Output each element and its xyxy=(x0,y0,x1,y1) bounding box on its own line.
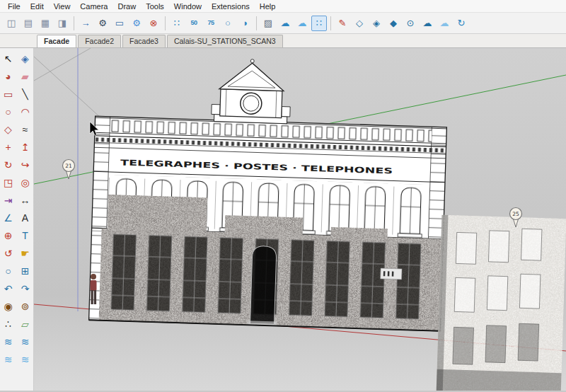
tool-orbit[interactable]: ↺ xyxy=(0,244,17,262)
cloud-hexagon-icon[interactable]: ☁ xyxy=(420,16,435,31)
tab-calais-su-station5-scan3[interactable]: Calais-SU_STATION5_SCAN3 xyxy=(167,35,283,47)
save-model-icon[interactable]: ▤ xyxy=(21,16,36,31)
tool-freehand[interactable]: ≈ xyxy=(17,120,34,138)
hexagon-target-icon[interactable]: ⊙ xyxy=(403,16,418,31)
tool-text[interactable]: A xyxy=(17,209,34,226)
tool-push-pull[interactable]: ↥ xyxy=(17,138,34,156)
toolbar-icon-glyph: ◈ xyxy=(373,18,380,28)
open-model-icon[interactable]: ◫ xyxy=(4,16,19,31)
project-folder-icon[interactable]: ▭ xyxy=(112,16,127,31)
pick-point-icon[interactable]: ✎ xyxy=(335,16,350,31)
tool-protractor[interactable]: ∠ xyxy=(0,209,17,226)
tool-icon-glyph: ↺ xyxy=(4,248,13,258)
tool-pan[interactable]: ☛ xyxy=(17,244,34,262)
density-50-icon[interactable]: 50 xyxy=(186,16,202,31)
contrast-icon[interactable]: ◑ xyxy=(237,16,253,31)
scene-tab-bar: FacadeFacade2Facade3Calais-SU_STATION5_S… xyxy=(0,34,566,48)
construction-edge-1 xyxy=(34,57,102,119)
tool-previous-view[interactable]: ↶ xyxy=(0,279,17,297)
tool-scale[interactable]: ◳ xyxy=(0,173,17,191)
cloud-download-icon[interactable]: ☁ xyxy=(437,16,452,31)
hexagon-outline-icon[interactable]: ◇ xyxy=(352,16,367,31)
hexagon-filled-icon[interactable]: ◆ xyxy=(386,16,401,31)
tool-undet-wave-1[interactable]: ≋ xyxy=(0,333,17,350)
cloud-sync-icon[interactable]: ☁ xyxy=(277,16,293,31)
tool-select[interactable]: ↖ xyxy=(0,50,17,67)
density-75-icon[interactable]: 75 xyxy=(203,16,219,31)
tool-icon-glyph: ↶ xyxy=(4,284,13,294)
tool-undet-wave-3[interactable]: ≋ xyxy=(0,350,17,368)
menu-tools[interactable]: Tools xyxy=(141,1,169,12)
pediment xyxy=(212,58,292,124)
toolbar-separator xyxy=(165,16,166,30)
point-size-icon[interactable]: ○ xyxy=(220,16,236,31)
menu-extensions[interactable]: Extensions xyxy=(207,1,255,12)
tab-facade3[interactable]: Facade3 xyxy=(122,35,166,47)
tool-icon-glyph: ∴ xyxy=(5,319,11,329)
tool-polygon[interactable]: ◇ xyxy=(0,120,17,138)
menu-window[interactable]: Window xyxy=(169,1,207,12)
toolbar-icon-glyph: ⚙ xyxy=(132,18,141,28)
menu-help[interactable]: Help xyxy=(255,1,281,12)
tool-axes[interactable]: ⊕ xyxy=(0,226,17,244)
scan-settings-gear-icon[interactable]: ⚙ xyxy=(95,16,110,31)
point-cloud-visibility-icon[interactable]: ∷ xyxy=(311,16,327,31)
drawing-viewport[interactable]: TELEGRAPHES · POSTES · TELEPHONES xyxy=(34,48,566,391)
point-cloud-adjacent[interactable] xyxy=(437,215,566,391)
tool-icon-glyph: ∠ xyxy=(4,213,13,223)
tool-line[interactable]: ╲ xyxy=(17,85,34,103)
tool-make-component[interactable]: ◈ xyxy=(17,50,34,67)
section-hatch-icon[interactable]: ▨ xyxy=(260,16,276,31)
tool-arc[interactable]: ◠ xyxy=(17,103,34,120)
tool-next-view[interactable]: ↷ xyxy=(17,279,34,297)
menu-camera[interactable]: Camera xyxy=(75,1,112,12)
tool-rotate[interactable]: ↻ xyxy=(0,156,17,173)
tool-icon-glyph: ↥ xyxy=(21,142,30,152)
facade-model[interactable]: TELEGRAPHES · POSTES · TELEPHONES xyxy=(89,54,449,331)
copy-model-icon[interactable]: ▦ xyxy=(37,16,53,31)
tool-move[interactable]: + xyxy=(0,138,17,156)
tool-follow-me[interactable]: ↪ xyxy=(17,156,34,173)
tool-section-plane[interactable]: ▱ xyxy=(17,315,34,333)
menu-view[interactable]: View xyxy=(49,1,76,12)
menu-edit[interactable]: Edit xyxy=(25,1,49,12)
tab-facade[interactable]: Facade xyxy=(37,35,76,47)
close-project-icon[interactable]: ⊗ xyxy=(146,16,161,31)
hexagon-half-icon[interactable]: ◈ xyxy=(369,16,384,31)
toolbar-icon-glyph: ▤ xyxy=(24,18,33,28)
tool-icon-glyph: ↪ xyxy=(21,160,30,170)
point-cloud-icon[interactable]: ∷ xyxy=(169,16,185,31)
tab-label: Calais-SU_STATION5_SCAN3 xyxy=(174,37,276,45)
import-scan-icon[interactable]: → xyxy=(78,16,93,31)
tool-rectangle[interactable]: ▭ xyxy=(0,85,17,103)
toolbar-icon-glyph: ☁ xyxy=(281,18,290,28)
tool-circle[interactable]: ○ xyxy=(0,103,17,120)
toolbar-icon-glyph: ◆ xyxy=(390,18,397,28)
tool-icon-glyph: ▰ xyxy=(21,71,29,81)
tool-dimension[interactable]: ↔ xyxy=(17,191,34,209)
tool-undet-wave-4[interactable]: ≋ xyxy=(17,350,34,368)
tool-zoom[interactable]: ○ xyxy=(0,262,17,279)
tool-look-around[interactable]: ⊚ xyxy=(17,297,34,315)
tool-icon-glyph: ╲ xyxy=(22,89,28,99)
menu-file[interactable]: File xyxy=(3,1,25,12)
tool-tape-measure[interactable]: ⇥ xyxy=(0,191,17,209)
tool-paint-bucket[interactable]: ◕ xyxy=(0,67,17,85)
tool-3d-text[interactable]: T xyxy=(17,226,34,244)
preferences-gear-icon[interactable]: ⚙ xyxy=(129,16,144,31)
tab-facade2[interactable]: Facade2 xyxy=(78,35,121,47)
refresh-icon[interactable]: ↻ xyxy=(454,16,469,31)
tool-position-camera[interactable]: ◉ xyxy=(0,297,17,315)
tool-offset[interactable]: ◎ xyxy=(17,173,34,191)
menu-label: Extensions xyxy=(212,2,250,11)
tool-undet-wave-2[interactable]: ≋ xyxy=(17,333,34,350)
tool-zoom-extents[interactable]: ⊞ xyxy=(17,262,34,279)
menu-label: Window xyxy=(174,2,202,11)
cloud-upload-icon[interactable]: ☁ xyxy=(294,16,310,31)
menu-draw[interactable]: Draw xyxy=(112,1,141,12)
model-views-icon[interactable]: ◨ xyxy=(54,16,70,31)
tool-walk[interactable]: ∴ xyxy=(0,315,17,333)
tool-eraser[interactable]: ▰ xyxy=(17,67,34,85)
tool-icon-glyph: ○ xyxy=(5,107,11,117)
viewport-canvas[interactable]: TELEGRAPHES · POSTES · TELEPHONES xyxy=(34,48,566,391)
